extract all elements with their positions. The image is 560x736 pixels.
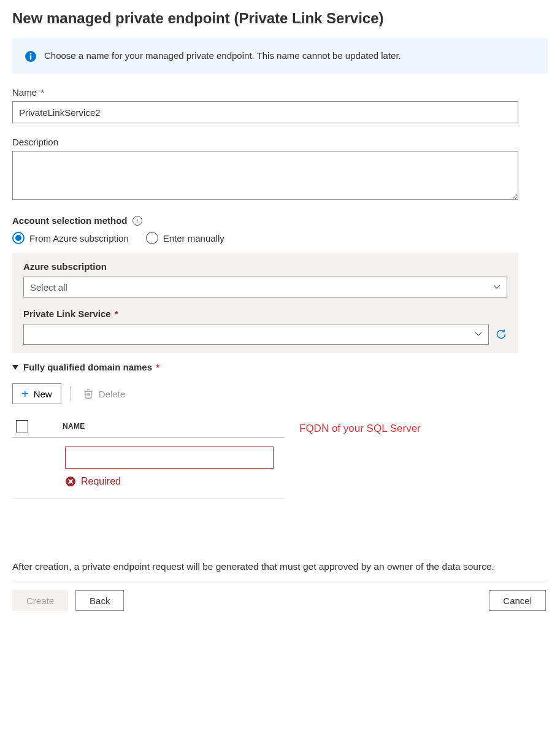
fqdn-annotation: FQDN of your SQL Server — [299, 415, 421, 435]
svg-rect-2 — [30, 55, 31, 59]
error-icon — [65, 476, 76, 487]
footer-separator — [12, 581, 548, 581]
description-label: Description — [12, 137, 548, 147]
radio-enter-manually[interactable]: Enter manually — [146, 232, 224, 244]
info-banner-text: Choose a name for your managed private e… — [44, 49, 401, 62]
fqdn-name-input[interactable] — [65, 447, 274, 469]
back-button[interactable]: Back — [75, 590, 124, 611]
toolbar-separator — [70, 386, 71, 401]
info-icon — [25, 50, 37, 63]
footer-note: After creation, a private endpoint reque… — [12, 560, 548, 573]
radio-from-azure-label: From Azure subscription — [29, 233, 129, 243]
radio-unselected-icon — [146, 232, 158, 244]
azure-sub-dropdown[interactable]: Select all — [23, 277, 507, 297]
column-name-header: NAME — [63, 422, 85, 431]
radio-selected-icon — [12, 232, 25, 244]
table-row: Required — [12, 438, 285, 499]
select-all-checkbox[interactable] — [16, 420, 28, 432]
account-method-radios: From Azure subscription Enter manually — [12, 232, 548, 244]
chevron-down-icon — [493, 285, 501, 289]
pls-label: Private Link Service * — [23, 309, 507, 319]
account-method-label: Account selection method — [12, 215, 128, 226]
svg-point-1 — [30, 53, 32, 55]
description-textarea[interactable] — [12, 151, 518, 200]
info-banner: Choose a name for your managed private e… — [12, 38, 548, 74]
fqdn-label: Fully qualified domain names * — [23, 362, 159, 372]
plus-icon: + — [21, 388, 29, 400]
table-header: NAME — [12, 415, 285, 438]
error-text: Required — [81, 476, 121, 487]
azure-sub-value: Select all — [30, 282, 67, 293]
fqdn-section-toggle[interactable]: Fully qualified domain names * — [12, 362, 548, 372]
new-button-label: New — [34, 389, 52, 399]
name-label: Name * — [12, 87, 548, 98]
pls-dropdown[interactable] — [23, 324, 489, 345]
cancel-button[interactable]: Cancel — [489, 590, 546, 611]
azure-panel: Azure subscription Select all Private Li… — [12, 253, 518, 353]
triangle-down-icon — [12, 365, 18, 370]
name-input[interactable] — [12, 101, 518, 123]
error-message: Required — [65, 476, 281, 487]
info-circle-icon[interactable]: i — [132, 216, 142, 226]
create-button: Create — [12, 590, 68, 611]
refresh-icon[interactable] — [495, 328, 507, 340]
radio-from-azure[interactable]: From Azure subscription — [12, 232, 129, 244]
page-title: New managed private endpoint (Private Li… — [12, 10, 548, 27]
fqdn-table: NAME Required — [12, 415, 285, 499]
azure-sub-label: Azure subscription — [23, 261, 507, 272]
delete-button-label: Delete — [99, 389, 125, 399]
delete-button: Delete — [79, 388, 129, 400]
fqdn-toolbar: + New Delete — [12, 383, 548, 404]
chevron-down-icon — [475, 332, 482, 337]
radio-manual-label: Enter manually — [163, 233, 224, 243]
trash-icon — [83, 388, 94, 399]
new-button[interactable]: + New — [12, 383, 61, 404]
